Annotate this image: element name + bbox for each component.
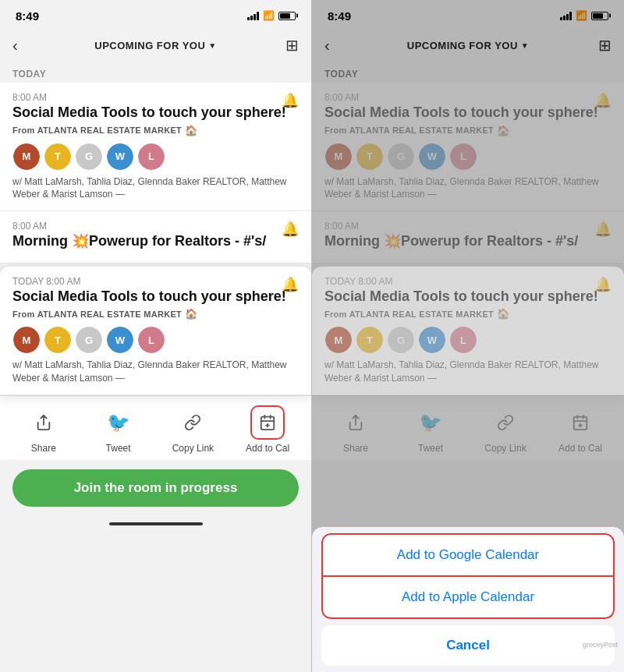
cancel-group: Cancel [321,625,615,666]
detail-title-right: Social Media Tools to touch your sphere! [324,288,612,306]
detail-avatar-5: L [137,326,165,354]
battery-icon [278,12,296,20]
watermark: groovyPost [583,641,618,649]
cancel-button[interactable]: Cancel [321,625,615,666]
share-label: Share [31,443,56,454]
avatar-3: G [75,143,103,171]
nav-bar-left: ‹ UPCOMING FOR YOU ▼ ⊞ [0,28,311,62]
calendar-add-icon-left[interactable]: ⊞ [285,36,299,55]
avatar-2: T [44,143,72,171]
add-to-cal-action-right: Add to Cal [557,405,604,454]
wifi-icon: 📶 [263,10,275,21]
avatars-row-1-right: M T G W L [324,143,612,171]
status-icons-left: 📶 [247,10,296,21]
add-apple-calendar-button[interactable]: Add to Apple Calendar [321,577,615,619]
copy-link-label: Copy Link [172,443,214,454]
status-time-left: 8:49 [16,9,39,23]
share-icon-right [339,405,373,440]
status-time-right: 8:49 [328,9,351,23]
tweet-icon-right: 🐦 [413,405,448,440]
nav-title-right: UPCOMING FOR YOU ▼ [407,40,530,51]
share-action-right: Share [332,405,379,454]
detail-avatars-right: M T G W L [324,326,612,354]
event2-time-left: 8:00 AM [12,221,299,232]
bell-icon-1-right: 🔔 [594,92,612,109]
share-label-right: Share [343,443,368,454]
event1-title-left: Social Media Tools to touch your sphere! [12,104,299,122]
event1-time-left: 8:00 AM [12,92,299,103]
tweet-label-right: Tweet [418,443,443,454]
copy-link-action[interactable]: Copy Link [169,405,216,454]
detail-from-left: From ATLANTA REAL ESTATE MARKET 🏠 [12,308,299,320]
event1-from-left: From ATLANTA REAL ESTATE MARKET 🏠 [12,125,299,136]
avatar-1: M [12,143,41,171]
home-indicator-left [0,516,311,529]
event1-desc-right: w/ Matt LaMarsh, Tahlia Diaz, Glennda Ba… [324,175,612,202]
action-bar-left: Share 🐦 Tweet Copy Link Add to Cal [0,395,311,460]
status-icons-right: 📶 [560,10,608,21]
avatar-5: L [137,143,165,171]
battery-icon-right [591,12,608,20]
copy-link-icon-right [488,405,523,440]
detail-avatar-4: W [106,326,134,354]
bell-icon-detail-right: 🔔 [594,276,612,293]
event1-desc-left: w/ Matt LaMarsh, Tahlia Diaz, Glennda Ba… [12,175,299,202]
tweet-action-right: 🐦 Tweet [407,405,454,454]
add-to-cal-action[interactable]: Add to Cal [244,405,291,454]
house-icon-detail-right: 🏠 [497,308,509,320]
add-to-cal-icon [250,405,285,440]
add-to-cal-label-right: Add to Cal [558,443,602,454]
add-google-calendar-button[interactable]: Add to Google Calendar [321,533,615,577]
share-icon [27,405,61,440]
dropdown-arrow-right[interactable]: ▼ [521,41,529,50]
bell-icon-detail[interactable]: 🔔 [282,276,299,293]
wifi-icon-right: 📶 [576,10,587,21]
copy-link-action-right: Copy Link [482,405,529,454]
event-card-1-right: 🔔 8:00 AM Social Media Tools to touch yo… [312,83,624,211]
left-screen: 8:49 📶 ‹ UPCOMING FOR YOU ▼ [0,0,312,672]
add-to-cal-icon-right [563,405,597,440]
avatar-4: W [106,143,134,171]
tweet-icon: 🐦 [101,405,136,440]
back-button-left[interactable]: ‹ [12,37,18,55]
nav-title-left: UPCOMING FOR YOU ▼ [94,40,217,51]
signal-icon-right [560,11,572,20]
bottom-sheet: Add to Google Calendar Add to Apple Cale… [312,527,624,672]
back-button-right[interactable]: ‹ [324,37,330,55]
detail-avatar-3: G [75,326,103,354]
detail-avatar-1: M [12,326,41,354]
bell-icon-2-right: 🔔 [594,221,612,238]
detail-desc-right: w/ Matt LaMarsh, Tahlia Diaz, Glennda Ba… [324,359,612,385]
signal-icon [247,11,259,20]
detail-card-left: 🔔 TODAY 8:00 AM Social Media Tools to to… [0,267,311,395]
detail-title-left: Social Media Tools to touch your sphere! [12,288,299,306]
tweet-action[interactable]: 🐦 Tweet [95,405,142,454]
share-action[interactable]: Share [20,405,67,454]
action-bar-right: Share 🐦 Tweet Copy Link Add to Cal [312,395,624,460]
right-screen: 8:49 📶 ‹ UPCOMING FOR YOU ▼ [312,0,624,672]
event1-title-right: Social Media Tools to touch your sphere! [324,104,612,122]
event-card-2-right: 🔔 8:00 AM Morning 💥Powerup for Realtors … [312,211,624,263]
tweet-label: Tweet [106,443,131,454]
bell-icon-2[interactable]: 🔔 [282,221,299,238]
event-card-2-left[interactable]: 🔔 8:00 AM Morning 💥Powerup for Realtors … [0,211,311,263]
calendar-add-icon-right[interactable]: ⊞ [598,36,612,55]
bell-icon-1[interactable]: 🔔 [282,92,299,109]
calendar-options-group: Add to Google Calendar Add to Apple Cale… [321,533,615,619]
dropdown-arrow-left[interactable]: ▼ [208,41,216,50]
detail-time-right: TODAY 8:00 AM [324,276,612,287]
event1-time-right: 8:00 AM [324,92,612,103]
house-icon-detail: 🏠 [185,308,197,320]
section-today-right: TODAY [312,62,624,83]
avatars-row-1-left: M T G W L [12,143,299,171]
event2-title-left: Morning 💥Powerup for Realtors - #'s/ [12,233,299,250]
copy-link-label-right: Copy Link [484,443,526,454]
status-bar-left: 8:49 📶 [0,0,311,28]
detail-avatars-left: M T G W L [12,326,299,354]
join-button-left[interactable]: Join the room in progress [12,469,299,507]
event2-title-right: Morning 💥Powerup for Realtors - #'s/ [324,233,612,250]
copy-link-icon [176,405,210,440]
event-card-1-left[interactable]: 🔔 8:00 AM Social Media Tools to touch yo… [0,83,311,211]
event2-time-right: 8:00 AM [324,221,612,232]
detail-desc-left: w/ Matt LaMarsh, Tahlia Diaz, Glennda Ba… [12,359,299,385]
